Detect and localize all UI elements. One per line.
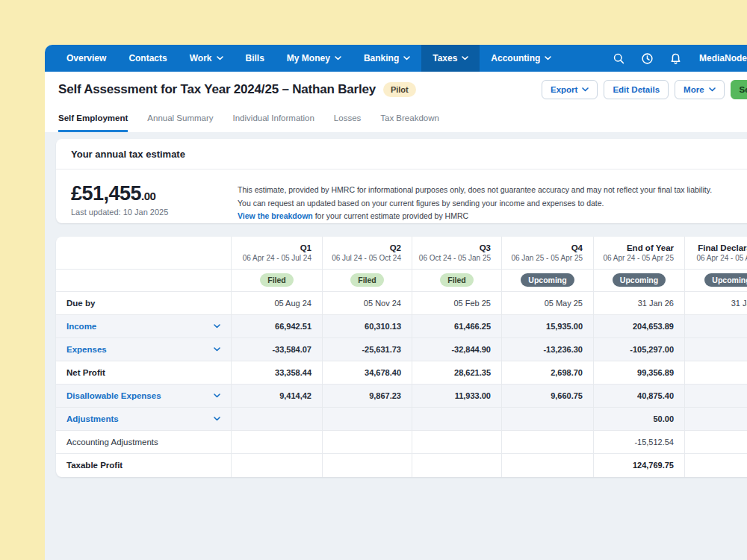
page-header: Self Assessment for Tax Year 2024/25 – N… <box>45 72 747 108</box>
status-badge-upcoming: Upcoming <box>521 273 574 287</box>
value-cell: 31 Jan 26 <box>594 292 685 315</box>
status-cell: Upcoming <box>594 270 685 292</box>
value-cell <box>685 385 747 408</box>
row-label-net-profit: Net Profit <box>56 361 232 385</box>
value-cell: 9,867.23 <box>323 385 412 408</box>
value-cell: -32,844.90 <box>412 338 502 361</box>
value-cell <box>685 338 747 361</box>
nav-item-banking[interactable]: Banking <box>353 45 421 72</box>
table-corner-cell <box>56 237 232 270</box>
value-cell <box>412 408 502 431</box>
chevron-down-icon <box>545 56 551 60</box>
chevron-down-icon <box>214 417 220 421</box>
value-cell: -105,297.00 <box>594 338 685 361</box>
chevron-down-icon <box>335 56 341 60</box>
header-buttons: ExportEdit DetailsMoreSend update <box>542 80 747 99</box>
status-badge-filed: Filed <box>260 273 294 287</box>
value-cell: 61,466.25 <box>412 315 502 338</box>
row-label-due-by: Due by <box>56 292 232 315</box>
estimate-note-line1: This estimate, provided by HMRC for info… <box>238 184 712 197</box>
tab-individual-information[interactable]: Individual Information <box>233 113 314 132</box>
row-label-accounting-adjustments: Accounting Adjustments <box>56 431 232 454</box>
table-row: Income66,942.5160,310.1361,466.2515,935.… <box>56 315 747 338</box>
row-label-adjustments[interactable]: Adjustments <box>56 408 232 431</box>
column-header-q4: Q406 Jan 25 - 05 Apr 25 <box>502 237 594 270</box>
search-icon[interactable] <box>613 52 625 65</box>
chevron-down-icon <box>214 324 220 329</box>
value-cell: 50.00 <box>594 408 685 431</box>
value-cell <box>232 431 323 454</box>
bell-icon[interactable] <box>669 52 682 65</box>
column-header-q1: Q106 Apr 24 - 05 Jul 24 <box>232 237 323 270</box>
send-update-button[interactable]: Send update <box>731 80 747 99</box>
value-cell: 05 Feb 25 <box>412 292 502 315</box>
self-employment-table: Q106 Apr 24 - 05 Jul 24Q206 Jul 24 - 05 … <box>56 237 747 477</box>
tab-tax-breakdown[interactable]: Tax Breakdown <box>380 113 439 132</box>
pilot-badge: Pilot <box>383 82 416 97</box>
estimate-note-line2: You can request an updated based on your… <box>238 197 712 211</box>
nav-right-cluster: MediaNode <box>613 45 747 72</box>
nav-item-taxes[interactable]: Taxes <box>421 45 480 72</box>
more-button[interactable]: More <box>675 80 724 99</box>
history-icon[interactable] <box>641 52 654 65</box>
status-badge-filed: Filed <box>350 273 384 287</box>
table-row: Disallowable Expenses9,414,429,867.2311,… <box>56 385 747 408</box>
status-badge-upcoming: Upcoming <box>613 273 666 287</box>
value-cell: 15,935.00 <box>502 315 594 338</box>
value-cell <box>685 408 747 431</box>
nav-item-accounting[interactable]: Accounting <box>480 45 562 72</box>
view-breakdown-link[interactable]: View the breakdown <box>238 211 313 220</box>
table-row: Expenses-33,584.07-25,631.73-32,844.90-1… <box>56 338 747 361</box>
value-cell: -25,631.73 <box>323 338 412 361</box>
nav-item-overview[interactable]: Overview <box>55 45 117 72</box>
row-label-expenses[interactable]: Expenses <box>56 338 232 361</box>
value-cell: 05 Aug 24 <box>232 292 323 315</box>
nav-item-contacts[interactable]: Contacts <box>117 45 178 72</box>
row-label-income[interactable]: Income <box>56 315 232 338</box>
value-cell: 9,414,42 <box>232 385 323 408</box>
value-cell <box>502 454 594 477</box>
value-cell <box>323 431 412 454</box>
table-row: Accounting Adjustments-15,512.54 <box>56 431 747 454</box>
value-cell: 99,356.89 <box>594 361 685 385</box>
value-cell <box>323 408 412 431</box>
edit-details-button[interactable]: Edit Details <box>604 80 669 99</box>
value-cell <box>685 315 747 338</box>
nav-item-work[interactable]: Work <box>179 45 235 72</box>
app-window: OverviewContactsWorkBillsMy MoneyBanking… <box>45 45 747 560</box>
tab-self-employment[interactable]: Self Employment <box>58 113 128 132</box>
table-row: Adjustments50.00 <box>56 408 747 431</box>
value-cell: 9,660.75 <box>502 385 594 408</box>
chevron-down-icon <box>462 56 468 60</box>
value-cell <box>412 454 502 477</box>
row-label-disallowable-expenses[interactable]: Disallowable Expenses <box>56 385 232 408</box>
table-row: Due by05 Aug 2405 Nov 2405 Feb 2505 May … <box>56 292 747 315</box>
nav-item-my-money[interactable]: My Money <box>276 45 353 72</box>
chevron-down-icon <box>582 87 589 92</box>
estimate-card-title: Your annual tax estimate <box>56 139 747 169</box>
brand-name[interactable]: MediaNode <box>699 53 747 63</box>
tab-losses[interactable]: Losses <box>334 113 361 132</box>
chevron-down-icon <box>709 87 716 92</box>
tab-annual-summary[interactable]: Annual Summary <box>147 113 213 132</box>
status-cell: Filed <box>412 270 502 292</box>
nav-item-bills[interactable]: Bills <box>235 45 276 72</box>
value-cell: 66,942.51 <box>232 315 323 338</box>
value-cell: -13,236.30 <box>502 338 594 361</box>
value-cell: -33,584.07 <box>232 338 323 361</box>
value-cell: 34,678.40 <box>323 361 412 385</box>
export-button[interactable]: Export <box>542 80 598 99</box>
tax-estimate-card: Your annual tax estimate £51,455.00 Last… <box>56 139 747 223</box>
value-cell: 204,653.89 <box>594 315 685 338</box>
estimate-note: This estimate, provided by HMRC for info… <box>238 182 712 223</box>
value-cell: 60,310.13 <box>323 315 412 338</box>
value-cell: -15,512.54 <box>594 431 685 454</box>
value-cell: 124,769.75 <box>594 454 685 477</box>
value-cell <box>502 408 594 431</box>
chevron-down-icon <box>214 347 220 352</box>
page-title: Self Assessment for Tax Year 2024/25 – N… <box>58 82 376 97</box>
value-cell: 40,875.40 <box>594 385 685 408</box>
value-cell <box>685 454 747 477</box>
column-header-end-of-year: End of Year06 Apr 24 - 05 Apr 25 <box>594 237 685 270</box>
chevron-down-icon <box>403 56 410 60</box>
